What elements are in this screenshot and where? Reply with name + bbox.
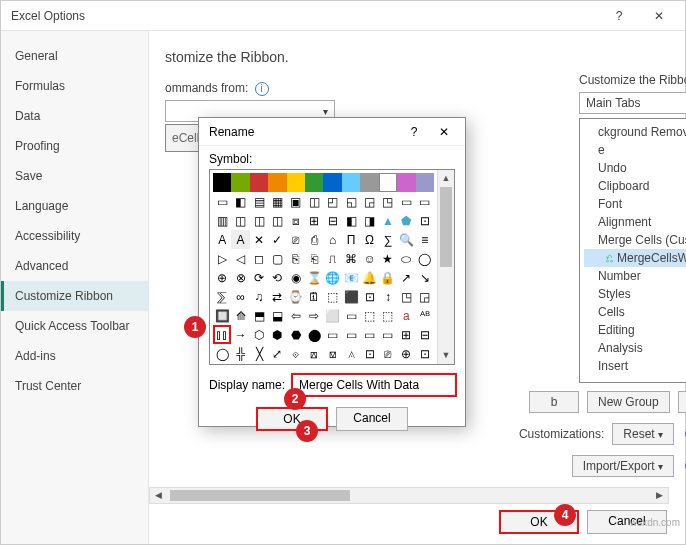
tree-item[interactable]: Styles — [584, 285, 686, 303]
tree-item[interactable]: Analysis — [584, 339, 686, 357]
dialog-cancel-button[interactable]: Cancel — [336, 407, 408, 431]
scroll-thumb[interactable] — [440, 187, 452, 267]
tree-item[interactable]: Undo — [584, 159, 686, 177]
sidebar-item-trust-center[interactable]: Trust Center — [1, 371, 148, 401]
scroll-down-arrow-icon[interactable]: ▼ — [438, 347, 454, 364]
tree-item[interactable]: Editing — [584, 321, 686, 339]
sidebar-item-accessibility[interactable]: Accessibility — [1, 221, 148, 251]
sidebar-item-data[interactable]: Data — [1, 101, 148, 131]
tab-buttons-row: b New Group Rename... — [529, 391, 686, 413]
scroll-thumb[interactable] — [170, 490, 350, 501]
reset-dropdown[interactable]: Reset ▾ — [612, 423, 674, 445]
rename-button[interactable]: Rename... — [678, 391, 686, 413]
sidebar-item-formulas[interactable]: Formulas — [1, 71, 148, 101]
tree-item[interactable]: e — [584, 141, 686, 159]
sidebar-item-proofing[interactable]: Proofing — [1, 131, 148, 161]
scroll-left-arrow-icon[interactable]: ◀ — [150, 488, 167, 503]
symbol-vertical-scrollbar[interactable]: ▲ ▼ — [437, 170, 454, 364]
customizations-label: Customizations: — [519, 427, 604, 441]
sidebar-item-customize-ribbon[interactable]: Customize Ribbon — [1, 281, 148, 311]
main-tabs-value: Main Tabs — [586, 96, 640, 110]
sidebar: General Formulas Data Proofing Save Lang… — [1, 31, 149, 544]
step-marker-2: 2 — [284, 388, 306, 410]
chevron-down-icon: ▾ — [323, 106, 328, 117]
dialog-title: Rename — [209, 125, 399, 139]
ribbon-tree[interactable]: ckground Removal e Undo Clipboard Font A… — [579, 118, 686, 383]
rename-dialog: Rename ? ✕ Symbol: ▭◧▤▦▣◫◰◱◲◳▭▭ ▥◫◫◫⧈⊞⊟◧… — [198, 117, 466, 427]
sidebar-item-add-ins[interactable]: Add-ins — [1, 341, 148, 371]
pane-heading: stomize the Ribbon. — [165, 49, 669, 65]
customize-ribbon-label: Customize the Ribbon: i — [579, 73, 686, 88]
dialog-button-row: OK Cancel — [209, 407, 455, 431]
display-name-row: Display name: — [209, 373, 455, 397]
main-tabs-dropdown[interactable]: Main Tabs ▾ — [579, 92, 686, 114]
tree-item[interactable]: ckground Removal — [584, 123, 686, 141]
chevron-down-icon: ▾ — [658, 429, 663, 440]
close-button[interactable]: ✕ — [639, 2, 679, 30]
import-export-dropdown[interactable]: Import/Export ▾ — [572, 455, 674, 477]
tree-item[interactable]: Alignment — [584, 213, 686, 231]
symbol-label: Symbol: — [209, 152, 455, 166]
display-name-label: Display name: — [209, 378, 285, 392]
customizations-row: Customizations: Reset ▾ i — [499, 423, 686, 445]
tree-item[interactable]: Number — [584, 267, 686, 285]
scroll-right-arrow-icon[interactable]: ▶ — [651, 488, 668, 503]
sidebar-item-general[interactable]: General — [1, 41, 148, 71]
symbol-grid[interactable]: ▭◧▤▦▣◫◰◱◲◳▭▭ ▥◫◫◫⧈⊞⊟◧◨▲⬟⊡ AA✕✓⎚⎙⌂ΠΩ∑🔍≡ ▷… — [213, 173, 434, 361]
tree-item[interactable]: Font — [584, 195, 686, 213]
symbol-picker: ▭◧▤▦▣◫◰◱◲◳▭▭ ▥◫◫◫⧈⊞⊟◧◨▲⬟⊡ AA✕✓⎚⎙⌂ΠΩ∑🔍≡ ▷… — [209, 169, 455, 365]
import-export-row: Import/Export ▾ i — [499, 455, 686, 477]
tree-item[interactable]: Merge Cells (Custom) — [584, 231, 686, 249]
tree-item[interactable]: Cells — [584, 303, 686, 321]
chevron-down-icon: ▾ — [658, 461, 663, 472]
choose-commands-label-text: ommands from: — [165, 81, 248, 95]
scroll-up-arrow-icon[interactable]: ▲ — [438, 170, 454, 187]
customize-ribbon-column: Customize the Ribbon: i Main Tabs ▾ ckgr… — [579, 73, 686, 477]
step-marker-1: 1 — [184, 316, 206, 338]
dialog-title-bar: Rename ? ✕ — [199, 118, 465, 146]
step-marker-3: 3 — [296, 420, 318, 442]
sidebar-item-quick-access-toolbar[interactable]: Quick Access Toolbar — [1, 311, 148, 341]
watermark: wsxdn.com — [630, 517, 680, 528]
sidebar-item-advanced[interactable]: Advanced — [1, 251, 148, 281]
new-group-button[interactable]: New Group — [587, 391, 670, 413]
tree-item-selected[interactable]: MergeCellsWithData — [584, 249, 686, 267]
help-button[interactable]: ? — [599, 2, 639, 30]
info-icon[interactable]: i — [255, 82, 269, 96]
step-marker-4: 4 — [554, 504, 576, 526]
sidebar-item-save[interactable]: Save — [1, 161, 148, 191]
sidebar-item-language[interactable]: Language — [1, 191, 148, 221]
window-title: Excel Options — [11, 9, 599, 23]
tree-item[interactable]: Clipboard — [584, 177, 686, 195]
new-tab-button[interactable]: b — [529, 391, 579, 413]
horizontal-scrollbar[interactable]: ◀ ▶ — [149, 487, 669, 504]
title-bar: Excel Options ? ✕ — [1, 1, 685, 31]
dialog-body: Symbol: ▭◧▤▦▣◫◰◱◲◳▭▭ ▥◫◫◫⧈⊞⊟◧◨▲⬟⊡ AA✕✓⎚⎙… — [199, 146, 465, 441]
tree-item[interactable]: Insert — [584, 357, 686, 375]
dialog-close-button[interactable]: ✕ — [429, 125, 459, 139]
display-name-input[interactable] — [291, 373, 457, 397]
dialog-help-button[interactable]: ? — [399, 125, 429, 139]
